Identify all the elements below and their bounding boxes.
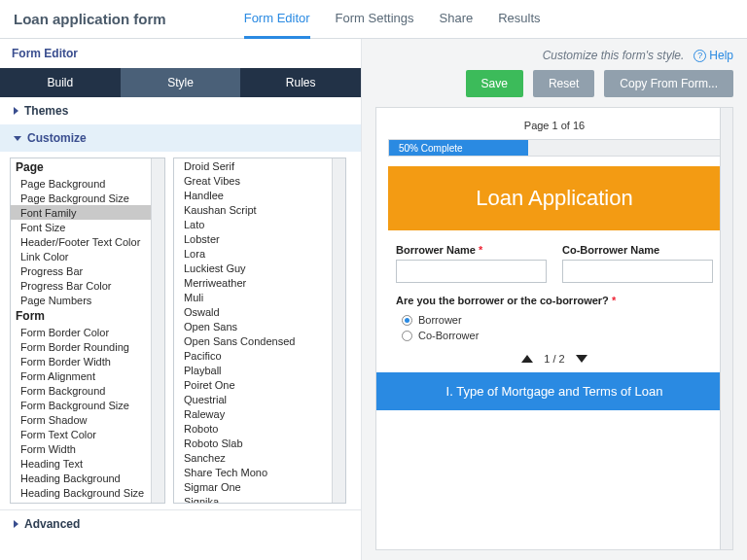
- chevron-right-icon: [14, 107, 18, 115]
- font-option[interactable]: Lobster: [174, 231, 332, 246]
- property-item[interactable]: Form Width: [11, 441, 151, 456]
- coborrower-name-field: Co-Borrower Name: [562, 244, 713, 283]
- chevron-right-icon: [14, 520, 18, 528]
- save-button[interactable]: Save: [466, 70, 523, 97]
- font-option[interactable]: Questrial: [174, 392, 332, 406]
- accordion-customize[interactable]: Customize: [0, 124, 361, 152]
- property-item[interactable]: Form Shadow: [11, 412, 151, 427]
- font-option[interactable]: Handlee: [174, 188, 332, 202]
- segment-style[interactable]: Style: [121, 68, 241, 97]
- pager-text: 1 / 2: [544, 353, 564, 365]
- font-option[interactable]: Pacifico: [174, 348, 332, 363]
- prev-page-icon[interactable]: [521, 355, 533, 363]
- accordion-advanced[interactable]: Advanced: [0, 509, 361, 538]
- font-option[interactable]: Oswald: [174, 304, 332, 319]
- radio-icon: [402, 331, 412, 341]
- accordion-themes[interactable]: Themes: [0, 97, 361, 124]
- customize-lists: PagePage BackgroundPage Background SizeF…: [0, 152, 361, 506]
- font-option[interactable]: Roboto: [174, 421, 332, 436]
- property-item[interactable]: Form Background Size: [11, 398, 151, 412]
- property-item[interactable]: Heading Background Size: [11, 485, 151, 500]
- font-option[interactable]: Open Sans Condensed: [174, 333, 332, 348]
- borrower-question: Are you the borrower or the co-borrower?…: [388, 295, 721, 306]
- property-item[interactable]: Form Background: [11, 383, 151, 398]
- reset-button[interactable]: Reset: [533, 70, 594, 97]
- section-header[interactable]: I. Type of Mortgage and Terms of Loan: [376, 372, 732, 410]
- property-item[interactable]: Heading Text: [11, 456, 151, 471]
- next-page-icon[interactable]: [576, 355, 587, 363]
- property-item[interactable]: Form Text Color: [11, 427, 151, 441]
- scrollbar[interactable]: [151, 158, 164, 504]
- font-option[interactable]: Merriweather: [174, 275, 332, 290]
- font-option[interactable]: Sigmar One: [174, 479, 332, 494]
- property-item[interactable]: Page Background: [11, 176, 151, 191]
- font-option[interactable]: Playball: [174, 363, 332, 377]
- font-option[interactable]: Muli: [174, 290, 332, 304]
- property-item[interactable]: Progress Bar: [11, 263, 151, 278]
- progress-bar: 50% Complete: [388, 139, 721, 157]
- font-option[interactable]: Raleway: [174, 406, 332, 421]
- form-pager: 1 / 2: [388, 349, 721, 368]
- copy-from-form-button[interactable]: Copy From Form...: [604, 70, 733, 97]
- property-item[interactable]: Heading Border Rounding: [11, 500, 151, 504]
- chevron-down-icon: [14, 136, 21, 141]
- borrower-name-field: Borrower Name *: [396, 244, 547, 283]
- borrower-radio-group: Borrower Co-Borrower: [388, 312, 721, 349]
- radio-coborrower[interactable]: Co-Borrower: [402, 328, 713, 343]
- tab-form-editor[interactable]: Form Editor: [244, 0, 310, 39]
- form-banner: Loan Application: [388, 166, 721, 230]
- property-item[interactable]: Progress Bar Color: [11, 278, 151, 293]
- font-option[interactable]: Roboto Slab: [174, 436, 332, 450]
- font-option[interactable]: Signika: [174, 494, 332, 504]
- customize-hint: Customize this form's style.: [543, 49, 685, 62]
- property-item[interactable]: Page Numbers: [11, 293, 151, 307]
- tab-form-settings[interactable]: Form Settings: [336, 0, 414, 39]
- property-item[interactable]: Form Alignment: [11, 368, 151, 383]
- property-item[interactable]: Font Size: [11, 220, 151, 234]
- help-link[interactable]: ? Help: [694, 49, 733, 62]
- font-option[interactable]: Luckiest Guy: [174, 261, 332, 275]
- font-option[interactable]: Great Vibes: [174, 173, 332, 188]
- tab-results[interactable]: Results: [498, 0, 540, 39]
- radio-coborrower-label: Co-Borrower: [418, 330, 479, 341]
- font-option[interactable]: Poiret One: [174, 377, 332, 392]
- borrower-name-input[interactable]: [396, 260, 547, 283]
- coborrower-name-input[interactable]: [562, 260, 713, 283]
- property-list[interactable]: PagePage BackgroundPage Background SizeF…: [10, 158, 165, 504]
- font-option[interactable]: Lora: [174, 246, 332, 261]
- property-item[interactable]: Form Border Rounding: [11, 339, 151, 354]
- header-bar: Loan application form Form Editor Form S…: [0, 0, 747, 39]
- progress-fill: 50% Complete: [389, 140, 528, 156]
- property-item[interactable]: Form Border Width: [11, 354, 151, 368]
- font-option[interactable]: Share Tech Mono: [174, 465, 332, 479]
- scrollbar[interactable]: [332, 158, 345, 504]
- font-option[interactable]: Kaushan Script: [174, 202, 332, 217]
- property-item[interactable]: Header/Footer Text Color: [11, 234, 151, 249]
- accordion-themes-label: Themes: [24, 104, 68, 118]
- font-list[interactable]: Droid SerifGreat VibesHandleeKaushan Scr…: [173, 158, 346, 504]
- scrollbar[interactable]: [720, 108, 733, 549]
- property-item[interactable]: Link Color: [11, 249, 151, 263]
- page-title: Loan application form: [14, 11, 166, 27]
- font-option[interactable]: Open Sans: [174, 319, 332, 333]
- tab-share[interactable]: Share: [440, 0, 474, 39]
- property-item[interactable]: Page Background Size: [11, 191, 151, 205]
- segment-rules[interactable]: Rules: [240, 68, 361, 97]
- font-option[interactable]: Lato: [174, 217, 332, 231]
- left-panel: Form Editor Build Style Rules Themes Cus…: [0, 39, 362, 560]
- font-option[interactable]: Sanchez: [174, 450, 332, 465]
- property-item[interactable]: Form Border Color: [11, 325, 151, 339]
- property-item[interactable]: Font Family: [11, 205, 151, 220]
- radio-borrower[interactable]: Borrower: [402, 312, 713, 328]
- radio-borrower-label: Borrower: [418, 314, 462, 326]
- property-group-form: Form: [11, 307, 151, 325]
- property-item[interactable]: Heading Background: [11, 471, 151, 485]
- help-icon: ?: [694, 50, 706, 62]
- action-buttons: Save Reset Copy From Form...: [362, 70, 747, 107]
- accordion-customize-label: Customize: [27, 131, 87, 145]
- breadcrumb: Form Editor: [0, 39, 361, 68]
- help-label: Help: [709, 49, 733, 62]
- right-header: Customize this form's style. ? Help: [362, 39, 747, 70]
- font-option[interactable]: Droid Serif: [174, 158, 332, 173]
- segment-build[interactable]: Build: [0, 68, 121, 97]
